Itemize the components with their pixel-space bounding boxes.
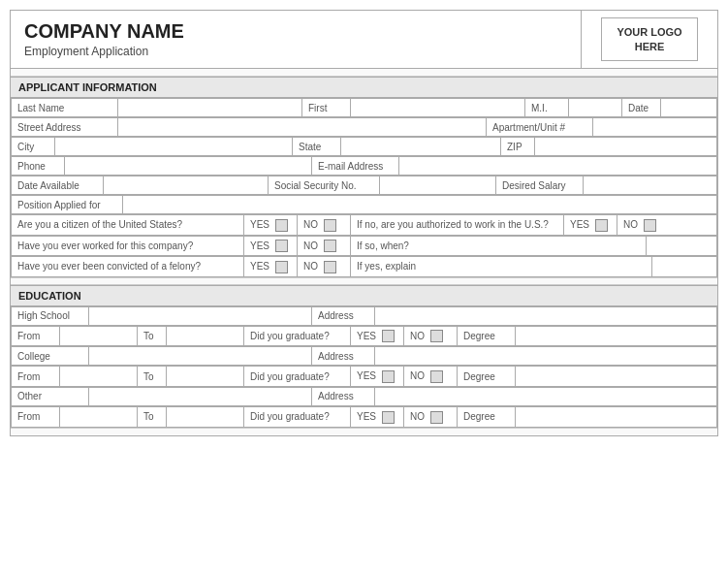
company-name: COMPANY NAME [24, 20, 567, 43]
position-applied-field[interactable] [123, 196, 717, 214]
college-to-label: To [138, 367, 167, 387]
applicant-row5: Date Available Social Security No. Desir… [11, 176, 717, 195]
college-graduate-label: Did you graduate? [244, 367, 351, 387]
felony-explain-label: If yes, explain [351, 257, 652, 277]
phone-label: Phone [12, 157, 65, 176]
felony-yes-checkbox[interactable] [275, 261, 288, 273]
state-field[interactable] [341, 138, 501, 156]
city-field[interactable] [55, 138, 293, 156]
highschool-address-field[interactable] [375, 306, 717, 325]
authorized-yes-checkbox[interactable] [595, 219, 608, 232]
hs-no-checkbox[interactable] [430, 330, 443, 342]
highschool-name-field[interactable] [89, 306, 312, 325]
hs-no-cell: NO [404, 326, 458, 346]
college-from-label: From [12, 367, 60, 387]
apartment-unit-label: Apartment/Unit # [487, 118, 593, 137]
desired-salary-field[interactable] [584, 176, 717, 195]
other-address-field[interactable] [375, 387, 717, 405]
felony-no-cell: NO [298, 257, 351, 277]
zip-field[interactable] [535, 138, 717, 156]
hs-degree-label: Degree [458, 326, 516, 346]
other-degree-field[interactable] [516, 406, 717, 427]
first-label: First [302, 99, 351, 117]
college-address-field[interactable] [375, 347, 717, 366]
ever-worked-question: Have you ever worked for this company? [12, 236, 244, 256]
other-to-field[interactable] [167, 406, 244, 427]
college-yes-checkbox[interactable] [382, 370, 395, 383]
desired-salary-label: Desired Salary [496, 176, 584, 195]
college-to-field[interactable] [167, 367, 244, 387]
last-name-field[interactable] [118, 99, 302, 117]
state-label: State [293, 138, 341, 156]
education-section-header: EDUCATION [11, 285, 717, 306]
college-from-field[interactable] [60, 367, 138, 387]
city-label: City [12, 138, 55, 156]
other-yes-checkbox[interactable] [382, 411, 395, 424]
mi-label: M.I. [525, 99, 569, 117]
other-no-cell: NO [404, 406, 458, 427]
felony-explain-field[interactable] [651, 257, 716, 277]
felony-row: Have you ever been convicted of a felony… [11, 256, 717, 277]
authorized-no-cell: NO [617, 215, 717, 236]
authorized-no-checkbox[interactable] [644, 219, 656, 232]
street-address-field[interactable] [118, 118, 487, 137]
email-field[interactable] [399, 157, 717, 176]
citizen-row: Are you a citizen of the United States? … [11, 214, 717, 236]
hs-graduate-label: Did you graduate? [244, 326, 351, 346]
ever-worked-no-label: NO [303, 240, 318, 251]
hs-to-field[interactable] [167, 326, 244, 346]
college-name-field[interactable] [89, 347, 312, 366]
citizen-no-label: NO [303, 219, 318, 230]
apartment-unit-field[interactable] [593, 118, 717, 137]
college-no-checkbox[interactable] [430, 370, 443, 383]
education-highschool-grad-row: From To Did you graduate? YES NO Degree [11, 326, 717, 347]
other-from-field[interactable] [60, 406, 138, 427]
applicant-section-header: APPLICANT INFORMATION [11, 77, 717, 98]
hs-to-label: To [138, 326, 167, 346]
logo-box: YOUR LOGOHERE [601, 17, 698, 61]
date-field[interactable] [661, 99, 717, 117]
ever-worked-no-checkbox[interactable] [324, 240, 336, 252]
college-degree-field[interactable] [516, 367, 717, 387]
education-college-name-row: College Address [11, 346, 717, 366]
first-field[interactable] [351, 99, 525, 117]
authorized-label: If no, are you authorized to work in the… [351, 215, 564, 236]
college-address-label: Address [312, 347, 375, 366]
felony-yes-label: YES [250, 261, 269, 272]
other-no-checkbox[interactable] [430, 411, 443, 424]
felony-question: Have you ever been convicted of a felony… [12, 257, 244, 277]
header-right: YOUR LOGOHERE [582, 11, 717, 68]
header: COMPANY NAME Employment Application YOUR… [11, 11, 717, 69]
date-available-field[interactable] [104, 176, 269, 195]
applicant-row4: Phone E-mail Address [11, 156, 717, 176]
ever-worked-yes-cell: YES [244, 236, 298, 256]
applicant-row6: Position Applied for [11, 195, 717, 214]
citizen-yes-label: YES [250, 219, 269, 230]
ssn-field[interactable] [380, 176, 496, 195]
hs-degree-field[interactable] [516, 326, 717, 346]
other-name-field[interactable] [89, 387, 312, 405]
education-other-name-row: Other Address [11, 387, 717, 406]
header-left: COMPANY NAME Employment Application [11, 11, 582, 68]
college-label: College [12, 347, 89, 366]
other-address-label: Address [312, 387, 375, 405]
citizen-yes-checkbox[interactable] [275, 219, 288, 232]
other-degree-label: Degree [458, 406, 516, 427]
felony-yes-cell: YES [244, 257, 298, 277]
phone-field[interactable] [65, 157, 312, 176]
felony-no-checkbox[interactable] [324, 261, 336, 273]
citizen-no-checkbox[interactable] [324, 219, 336, 232]
education-highschool-name-row: High School Address [11, 306, 717, 326]
applicant-row2: Street Address Apartment/Unit # [11, 117, 717, 137]
ever-worked-yes-checkbox[interactable] [275, 240, 288, 252]
ever-worked-when-field[interactable] [646, 236, 716, 256]
other-label: Other [12, 387, 89, 405]
hs-yes-cell: YES [351, 326, 404, 346]
ssn-label: Social Security No. [269, 176, 380, 195]
authorized-yes-cell: YES [564, 215, 617, 236]
hs-yes-checkbox[interactable] [382, 330, 395, 342]
ever-worked-no-cell: NO [298, 236, 351, 256]
education-other-grad-row: From To Did you graduate? YES NO Degree [11, 406, 717, 428]
hs-from-field[interactable] [60, 326, 138, 346]
mi-field[interactable] [569, 99, 622, 117]
